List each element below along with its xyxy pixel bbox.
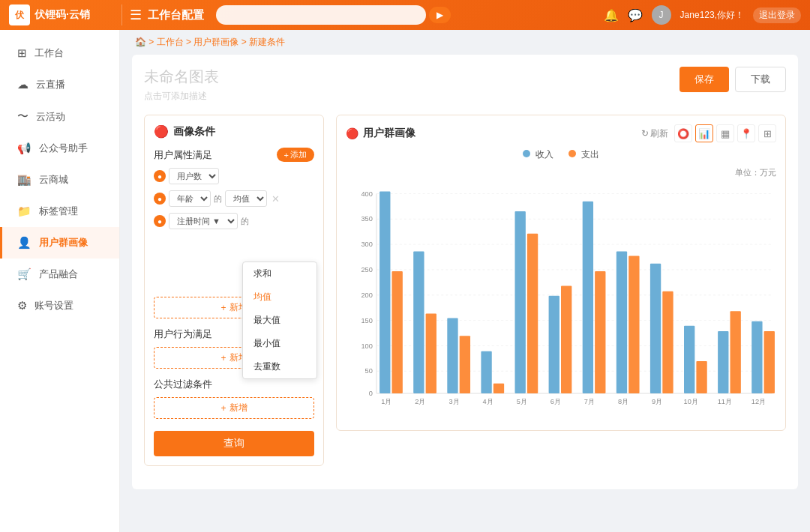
dropdown-item-distinct[interactable]: 去重数 xyxy=(243,355,316,378)
chart-type-table[interactable]: ▦ xyxy=(716,124,734,142)
header: 伏 伏锂码·云销 ☰ 工作台配置 ▶ 🔔 💬 J Jane123,你好！ 退出登… xyxy=(0,0,810,30)
user-attr-section: 用户属性满足 + 添加 xyxy=(154,148,314,162)
svg-text:1月: 1月 xyxy=(381,398,392,405)
chart-type-bar[interactable]: 📊 xyxy=(695,124,713,142)
title-section: 未命名图表 点击可添加描述 保存 下载 xyxy=(144,67,786,103)
sidebar-item-wechat[interactable]: 📢 公众号助手 xyxy=(0,133,119,164)
avg-select[interactable]: 均值 xyxy=(225,190,267,207)
age-select[interactable]: 年龄 xyxy=(169,190,211,207)
download-button[interactable]: 下载 xyxy=(735,67,786,92)
user-behavior-label: 用户行为满足 xyxy=(154,327,212,341)
breadcrumb-workbench[interactable]: 工作台 xyxy=(157,37,184,47)
content-area: 未命名图表 点击可添加描述 保存 下载 🔴 画像条件 xyxy=(132,55,798,489)
message-icon[interactable]: 💬 xyxy=(628,8,643,22)
bell-icon[interactable]: 🔔 xyxy=(604,8,619,22)
chart-svg: 400 350 300 250 200 150 100 50 0 xyxy=(346,181,776,421)
header-right: 🔔 💬 J Jane123,你好！ 退出登录 xyxy=(604,5,801,25)
dropdown-item-max[interactable]: 最大值 xyxy=(243,309,316,332)
sidebar: ⊞ 工作台 ☁ 云直播 〜 云活动 📢 公众号助手 🏬 云商城 📁 标签管理 👤… xyxy=(0,30,120,532)
add-attr-button[interactable]: + 添加 xyxy=(277,148,314,162)
chart-type-map[interactable]: 📍 xyxy=(737,124,755,142)
svg-text:11月: 11月 xyxy=(718,398,732,405)
search-input[interactable] xyxy=(216,5,426,25)
filter-row-1: ● 用户数 xyxy=(154,168,314,184)
svg-rect-34 xyxy=(628,256,639,393)
svg-text:8月: 8月 xyxy=(618,398,628,405)
sidebar-item-settings[interactable]: ⚙ 账号设置 xyxy=(0,290,119,321)
svg-rect-36 xyxy=(662,291,673,393)
user-count-select[interactable]: 用户数 xyxy=(169,168,219,184)
new-filter-button[interactable]: + 新增 xyxy=(154,397,314,419)
sidebar-item-label: 账号设置 xyxy=(34,299,74,312)
sidebar-item-live[interactable]: ☁ 云直播 xyxy=(0,69,119,100)
chart-subtitle: 点击可添加描述 xyxy=(144,90,219,103)
main-content: 🏠 > 工作台 > 用户群画像 > 新建条件 未命名图表 点击可添加描述 保存 … xyxy=(120,30,810,532)
svg-text:5月: 5月 xyxy=(517,398,527,405)
sidebar-item-activity[interactable]: 〜 云活动 xyxy=(0,100,119,133)
new-filter-label: 新增 xyxy=(230,402,248,414)
svg-text:3月: 3月 xyxy=(448,398,459,405)
filter-dot-3: ● xyxy=(154,215,166,227)
svg-text:10月: 10月 xyxy=(684,398,698,405)
of-text-2: 的 xyxy=(241,216,249,227)
sidebar-item-tags[interactable]: 📁 标签管理 xyxy=(0,196,119,227)
svg-text:200: 200 xyxy=(361,291,372,299)
chart-panel: 🔴 用户群画像 ↻ 刷新 ⭕ 📊 xyxy=(336,115,786,431)
income-legend: 收入 xyxy=(523,148,554,161)
live-icon: ☁ xyxy=(17,78,28,91)
logout-button[interactable]: 退出登录 xyxy=(753,7,801,23)
chart-type-pie[interactable]: ⭕ xyxy=(674,124,692,142)
avatar: J xyxy=(652,5,671,25)
reg-time-select[interactable]: 注册时间 ▼ xyxy=(169,213,238,229)
chart-name-area: 未命名图表 点击可添加描述 xyxy=(144,67,219,103)
layout: ⊞ 工作台 ☁ 云直播 〜 云活动 📢 公众号助手 🏬 云商城 📁 标签管理 👤… xyxy=(0,30,810,532)
chart-legend: 收入 支出 xyxy=(346,148,776,161)
plus-icon: + xyxy=(284,151,289,160)
refresh-button[interactable]: ↻ 刷新 xyxy=(641,127,668,140)
dropdown-item-sum[interactable]: 求和 xyxy=(243,262,316,285)
breadcrumb-portrait[interactable]: 用户群画像 xyxy=(194,37,238,47)
refresh-label: 刷新 xyxy=(650,127,668,140)
panel-header: 🔴 画像条件 xyxy=(154,124,314,139)
sidebar-item-label: 云商城 xyxy=(39,173,68,187)
dropdown-item-avg[interactable]: 均值 xyxy=(243,285,316,309)
workbench-icon: ⊞ xyxy=(17,46,27,60)
logo-text: 伏锂码·云销 xyxy=(34,8,90,22)
expense-label: 支出 xyxy=(581,149,599,160)
search-button[interactable]: ▶ xyxy=(429,7,451,23)
shop-icon: 🏬 xyxy=(17,173,32,187)
svg-rect-32 xyxy=(595,271,605,393)
svg-rect-42 xyxy=(764,331,775,393)
svg-rect-22 xyxy=(426,313,436,393)
dropdown-item-min[interactable]: 最小值 xyxy=(243,332,316,355)
logo-icon: 伏 xyxy=(9,4,30,25)
sidebar-item-portrait[interactable]: 👤 用户群画像 xyxy=(0,227,119,259)
user-attr-label: 用户属性满足 xyxy=(154,148,212,162)
chart-type-buttons: ⭕ 📊 ▦ 📍 ⊞ xyxy=(674,124,776,142)
breadcrumb-new: 新建条件 xyxy=(249,37,285,47)
svg-rect-27 xyxy=(515,211,526,393)
filter-row-3: ● 注册时间 ▼ 的 xyxy=(154,213,314,229)
income-dot xyxy=(523,150,530,157)
svg-text:4月: 4月 xyxy=(483,398,494,405)
right-panel: 🔴 用户群画像 ↻ 刷新 ⭕ 📊 xyxy=(336,115,786,466)
sidebar-item-product[interactable]: 🛒 产品融合 xyxy=(0,259,119,290)
svg-rect-21 xyxy=(413,251,424,393)
sidebar-item-label: 云活动 xyxy=(36,110,65,124)
income-label: 收入 xyxy=(536,149,554,160)
sidebar-item-label: 工作台 xyxy=(34,46,64,60)
chart-type-grid[interactable]: ⊞ xyxy=(758,124,776,142)
public-filter-section: 公共过滤条件 xyxy=(154,378,314,391)
menu-icon[interactable]: ☰ xyxy=(130,7,142,23)
svg-text:12月: 12月 xyxy=(752,398,766,405)
svg-text:7月: 7月 xyxy=(584,398,595,405)
remove-icon[interactable]: ✕ xyxy=(272,193,280,205)
filter-row-2: ● 年龄 的 均值 ✕ xyxy=(154,190,314,207)
sidebar-item-shop[interactable]: 🏬 云商城 xyxy=(0,164,119,196)
sidebar-item-workbench[interactable]: ⊞ 工作台 xyxy=(0,37,119,69)
query-button[interactable]: 查询 xyxy=(154,431,314,456)
save-button[interactable]: 保存 xyxy=(680,67,729,92)
chart-title[interactable]: 未命名图表 xyxy=(144,67,219,87)
refresh-icon: ↻ xyxy=(641,128,649,139)
home-icon[interactable]: 🏠 xyxy=(135,37,146,47)
